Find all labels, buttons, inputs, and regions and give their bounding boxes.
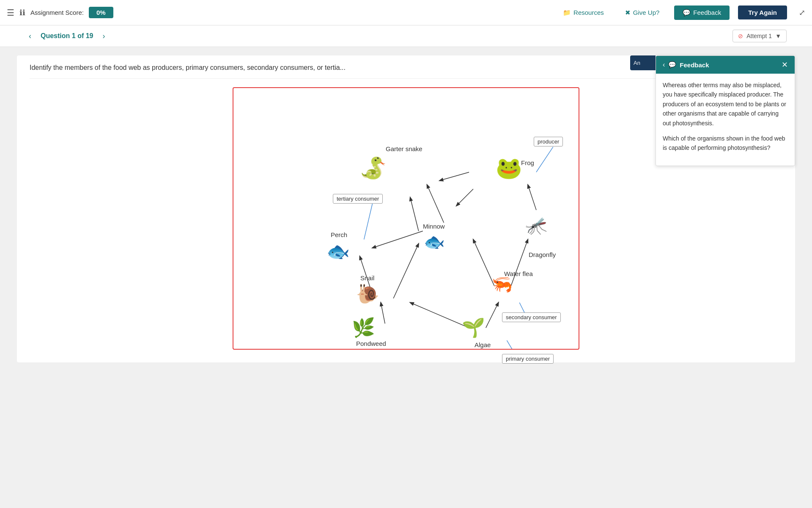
attempt-dropdown[interactable]: ⊘ Attempt 1 ▼ — [732, 30, 787, 42]
assignment-score-label: Assignment Score: — [30, 9, 84, 16]
food-web-diagram: 🐍 Garter snake 🐸 Frog producer tertiary … — [233, 87, 579, 350]
svg-line-9 — [511, 240, 528, 286]
svg-line-1 — [456, 189, 473, 206]
feedback-body: Whereas other terms may also be misplace… — [656, 74, 795, 166]
pondweed-image: 🌿 — [352, 317, 375, 339]
svg-line-7 — [393, 244, 419, 298]
menu-icon[interactable] — [7, 8, 14, 18]
svg-line-14 — [364, 204, 373, 239]
perch-image: 🐟 — [326, 240, 350, 262]
question-counter: Question 1 of 19 — [41, 32, 93, 40]
feedback-panel-title: Feedback — [680, 61, 709, 69]
dragonfly-image: 🦟 — [525, 215, 547, 236]
svg-line-16 — [507, 340, 519, 349]
snail-image: 🐌 — [356, 283, 379, 305]
main-content: Identify the members of the food web as … — [0, 47, 812, 371]
svg-line-13 — [536, 147, 553, 172]
garter-snake-label: Garter snake — [386, 145, 422, 152]
next-question-button[interactable]: › — [99, 30, 108, 42]
water-flea-image: 🦐 — [491, 274, 513, 294]
minnow-image: 🐟 — [424, 232, 445, 252]
feedback-panel-header: ‹ 💬 Feedback ✕ — [656, 56, 795, 74]
frog-image: 🐸 — [496, 156, 522, 180]
svg-line-6 — [373, 231, 423, 248]
svg-line-4 — [427, 185, 444, 223]
svg-line-10 — [381, 303, 385, 324]
nav-center: 📁 Resources ✖ Give Up? 💬 Feedback Try Ag… — [557, 6, 805, 20]
algae-label: Algae — [475, 341, 491, 348]
answer-panel-peek: An — [630, 55, 656, 70]
feedback-back-button[interactable]: ‹ — [663, 61, 665, 69]
attempt-label: Attempt 1 — [746, 33, 772, 39]
perch-label: Perch — [331, 231, 347, 238]
attempt-icon: ⊘ — [738, 33, 743, 39]
primary-consumer-tag[interactable]: primary consumer — [502, 354, 554, 364]
feedback-icon: 💬 — [668, 61, 676, 69]
question-nav-bar: ‹ Question 1 of 19 › ⊘ Attempt 1 ▼ — [0, 25, 812, 47]
prev-question-button[interactable]: ‹ — [25, 30, 35, 42]
feedback-close-button[interactable]: ✕ — [782, 60, 788, 69]
garter-snake-image: 🐍 — [360, 156, 387, 180]
give-up-button[interactable]: ✖ Give Up? — [619, 6, 666, 19]
info-icon[interactable]: ℹ — [19, 8, 25, 17]
question-nav-left: ‹ Question 1 of 19 › — [25, 30, 108, 42]
svg-line-11 — [410, 303, 469, 328]
svg-line-0 — [439, 172, 469, 181]
score-badge: 0% — [89, 7, 113, 18]
giveup-icon: ✖ — [625, 9, 631, 17]
feedback-paragraph-1: Whereas other terms may also be misplace… — [663, 80, 788, 128]
nav-left: ℹ Assignment Score: 0% — [7, 7, 557, 18]
try-again-button[interactable]: Try Again — [738, 6, 787, 19]
feedback-panel: ‹ 💬 Feedback ✕ Whereas other terms may a… — [656, 55, 795, 166]
folder-icon: 📁 — [563, 9, 571, 17]
minnow-label: Minnow — [423, 223, 445, 230]
algae-image: 🌱 — [462, 317, 485, 339]
dragonfly-label: Dragonfly — [529, 251, 556, 258]
frog-label: Frog — [521, 159, 534, 166]
svg-line-2 — [528, 185, 536, 210]
svg-line-12 — [486, 303, 499, 328]
feedback-button[interactable]: 💬 Feedback — [674, 6, 730, 20]
tertiary-consumer-tag[interactable]: tertiary consumer — [333, 194, 383, 204]
compress-icon[interactable]: ⤢ — [799, 8, 805, 17]
chevron-down-icon: ▼ — [775, 33, 781, 39]
feedback-nav-icon: 💬 — [683, 9, 691, 17]
feedback-paragraph-2: Which of the organisms shown in the food… — [663, 134, 788, 153]
top-navigation: ℹ Assignment Score: 0% 📁 Resources ✖ Giv… — [0, 0, 812, 25]
producer-tag[interactable]: producer — [534, 137, 563, 146]
feedback-header-left: ‹ 💬 Feedback — [663, 61, 709, 69]
svg-line-3 — [410, 197, 419, 231]
water-flea-label: Water flea — [504, 270, 533, 277]
pondweed-label: Pondweed — [356, 340, 386, 347]
snail-label: Snail — [360, 274, 374, 282]
resources-button[interactable]: 📁 Resources — [557, 6, 610, 19]
secondary-consumer-tag[interactable]: secondary consumer — [502, 312, 561, 322]
